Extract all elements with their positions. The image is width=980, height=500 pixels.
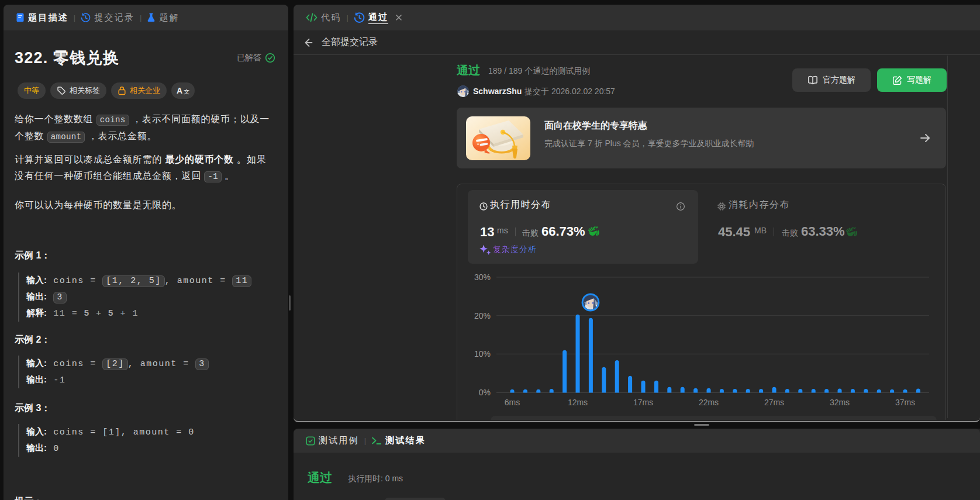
svg-text:6ms: 6ms	[505, 398, 520, 407]
svg-text:20%: 20%	[474, 311, 491, 320]
svg-text:30%: 30%	[474, 273, 491, 282]
svg-text:12ms: 12ms	[568, 398, 588, 407]
svg-text:37ms: 37ms	[895, 398, 915, 407]
svg-text:32ms: 32ms	[830, 398, 850, 407]
svg-text:10%: 10%	[474, 349, 491, 358]
svg-text:22ms: 22ms	[699, 398, 719, 407]
svg-text:0%: 0%	[479, 388, 491, 397]
svg-text:17ms: 17ms	[633, 398, 653, 407]
svg-text:27ms: 27ms	[764, 398, 784, 407]
